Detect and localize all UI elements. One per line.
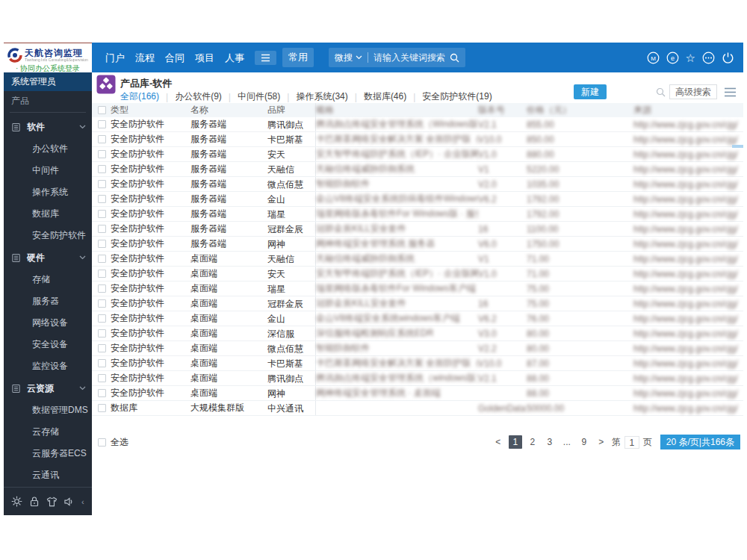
column-header[interactable]: 名称 <box>190 104 267 116</box>
tab[interactable]: 数据库(46) <box>364 90 406 103</box>
table-row[interactable]: 安全防护软件 桌面端 冠群金辰 冠群金辰KILL安全套件 16 75.00 ht… <box>92 296 743 311</box>
table-row[interactable]: 安全防护软件 桌面端 深信服 深信服终端检测响应系统EDR V3.0 80.00… <box>92 326 743 341</box>
nav-item[interactable]: 人事 <box>225 52 244 63</box>
table-row[interactable]: 安全防护软件 桌面端 瑞星 瑞星网络版杀毒软件For Windows客户端 75… <box>92 281 743 296</box>
scrollbar-thumb[interactable] <box>732 145 743 148</box>
tab[interactable]: 安全防护软件(19) <box>422 90 492 103</box>
table-row[interactable]: 安全防护软件 服务器端 冠群金辰 冠群金辰KILL安全套件 16 1100.00… <box>92 222 743 237</box>
row-checkbox[interactable] <box>98 135 106 143</box>
table-row[interactable]: 安全防护软件 桌面端 网神 网神终端安全管理系统 · 桌面端 88.00 htt… <box>92 386 743 401</box>
sidebar-item[interactable]: 安全防护软件 <box>4 225 92 246</box>
table-row[interactable]: 安全防护软件 服务器端 网神 网神终端安全管理系统 服务器 V6.0 1750.… <box>92 237 743 252</box>
sidebar-item[interactable]: 中间件 <box>4 160 92 181</box>
row-checkbox[interactable] <box>98 359 106 367</box>
tab[interactable]: 办公软件(9) <box>175 90 222 103</box>
page-button[interactable]: 9 <box>577 435 591 449</box>
echat-icon[interactable]: e <box>666 52 679 64</box>
table-row[interactable]: 安全防护软件 服务器端 腾讯御点 腾讯御点终端安全管理系统（Windows版） … <box>92 117 743 132</box>
table-row[interactable]: 安全防护软件 桌面端 卡巴斯基 卡巴斯基网络安全解决方案 全面防护版（KESB）… <box>92 356 743 371</box>
row-checkbox[interactable] <box>98 344 106 352</box>
tab[interactable]: 中间件(58) <box>238 90 280 103</box>
sidebar-item[interactable]: 办公软件 <box>4 138 92 160</box>
table-row[interactable]: 安全防护软件 服务器端 金山 金山V8终端安全系统防病毒组件Windows系统服… <box>92 192 743 207</box>
row-checkbox[interactable] <box>98 165 106 173</box>
power-logout-icon[interactable] <box>722 52 734 64</box>
row-checkbox[interactable] <box>98 120 106 128</box>
table-row[interactable]: 安全防护软件 服务器端 安天 安天智甲终端防护系统（IEP）· 企业版网络版 V… <box>92 147 743 162</box>
page-button[interactable]: 3 <box>543 435 557 449</box>
table-row[interactable]: 安全防护软件 桌面端 微点佰慧 智能防御软件 V2.2 80.00 http:/… <box>92 341 743 356</box>
header-checkbox[interactable] <box>98 106 106 114</box>
table-row[interactable]: 安全防护软件 服务器端 卡巴斯基 卡巴斯基网络安全解决方案 全面防护版（KESB… <box>92 132 743 147</box>
favorites-star-icon[interactable]: ☆ <box>686 52 695 63</box>
row-checkbox[interactable] <box>98 150 106 158</box>
row-checkbox[interactable] <box>98 255 106 263</box>
volume-speaker-icon[interactable] <box>63 497 75 507</box>
column-header[interactable]: 品牌 <box>267 103 316 117</box>
search-input[interactable]: 请输入关键词搜索 <box>374 52 445 64</box>
nav-item[interactable]: 流程 <box>135 52 155 63</box>
nav-item-changyong[interactable]: 常用 <box>282 48 314 67</box>
sidebar-group[interactable]: 云资源 <box>4 377 92 399</box>
table-row[interactable]: 安全防护软件 桌面端 腾讯御点 腾讯御点终端安全管理系统（windows版）V2… <box>92 371 743 386</box>
lock-icon[interactable] <box>29 496 40 507</box>
sidebar-item[interactable]: 服务器 <box>4 290 92 312</box>
column-header[interactable]: 规格 <box>316 104 478 116</box>
row-checkbox[interactable] <box>98 329 106 337</box>
table-row[interactable]: 安全防护软件 桌面端 安天 安天智甲终端防护系统（IEP）· 企业版网络版 V1… <box>92 267 743 281</box>
search-icon[interactable] <box>450 53 459 63</box>
new-button[interactable]: 新建 <box>574 84 607 99</box>
settings-gear-icon[interactable] <box>11 496 22 507</box>
advanced-search-button[interactable]: 高级搜索 <box>669 84 717 99</box>
sidebar-item[interactable]: 存储 <box>4 269 92 290</box>
sidebar-item[interactable]: 云存储 <box>4 421 92 443</box>
nav-item[interactable]: 门户 <box>105 52 125 63</box>
sidebar-group[interactable]: 软件 <box>4 116 92 138</box>
row-checkbox[interactable] <box>98 270 106 278</box>
table-row[interactable]: 安全防护软件 服务器端 微点佰慧 智能防御软件 V2.0 1035.00 htt… <box>92 177 743 192</box>
row-checkbox[interactable] <box>98 299 106 308</box>
sidebar-item[interactable]: 操作系统 <box>4 181 92 203</box>
row-checkbox[interactable] <box>98 374 106 382</box>
column-header[interactable]: 来源 <box>633 104 743 116</box>
theme-shirt-icon[interactable] <box>46 497 58 507</box>
row-checkbox[interactable] <box>98 404 106 412</box>
nav-item[interactable]: 项目 <box>195 52 214 63</box>
row-checkbox[interactable] <box>98 240 106 248</box>
sidebar-collapse-icon[interactable]: ‹ <box>81 497 84 506</box>
message-m-icon[interactable]: M <box>647 52 660 64</box>
sidebar-section-product[interactable]: 产品 <box>4 91 92 111</box>
row-checkbox[interactable] <box>98 195 106 203</box>
apps-menu-button[interactable] <box>255 51 276 65</box>
row-checkbox[interactable] <box>98 284 106 293</box>
more-options-icon[interactable] <box>702 52 715 64</box>
page-prev-button[interactable]: < <box>492 435 505 449</box>
column-header[interactable]: 类型 <box>111 104 190 116</box>
sidebar-item[interactable]: 安全设备 <box>4 334 92 355</box>
page-button[interactable]: 2 <box>526 435 539 449</box>
row-checkbox[interactable] <box>98 389 106 397</box>
search-scope-label[interactable]: 微搜 <box>335 52 353 64</box>
sidebar-item[interactable]: 数据库 <box>4 203 92 225</box>
column-header[interactable]: 价格（元） <box>527 104 633 116</box>
sidebar-group[interactable]: 硬件 <box>4 246 92 269</box>
nav-item[interactable]: 合同 <box>165 52 185 63</box>
tab[interactable]: 全部(166) <box>120 90 159 103</box>
tab[interactable]: 操作系统(34) <box>296 90 347 103</box>
table-search-icon[interactable] <box>656 87 666 97</box>
sidebar-item[interactable]: 网络设备 <box>4 312 92 334</box>
row-checkbox[interactable] <box>98 180 106 188</box>
table-row[interactable]: 安全防护软件 桌面端 天融信 天融信终端威胁防御系统 V1 71.00 http… <box>92 252 743 267</box>
sidebar-item[interactable]: 监控设备 <box>4 355 92 377</box>
jump-page-input[interactable]: 1 <box>624 436 639 449</box>
column-header[interactable]: 版本号 <box>478 104 527 116</box>
sidebar-item[interactable]: 云服务器ECS <box>4 443 92 464</box>
table-row[interactable]: 安全防护软件 桌面端 金山 金山V8终端安全系统windows客户端 V6.2 … <box>92 311 743 326</box>
row-checkbox[interactable] <box>98 314 106 323</box>
row-checkbox[interactable] <box>98 210 106 218</box>
select-all-checkbox[interactable] <box>98 438 106 447</box>
sidebar-item[interactable]: 数据管理DMS <box>4 399 92 421</box>
sidebar-item[interactable]: 云通讯 <box>4 464 92 486</box>
table-row[interactable]: 安全防护软件 服务器端 瑞星 瑞星网络版杀毒软件For Windows版 · 服… <box>92 207 743 222</box>
per-page-total-badge[interactable]: 20 条/页|共166条 <box>660 435 740 449</box>
